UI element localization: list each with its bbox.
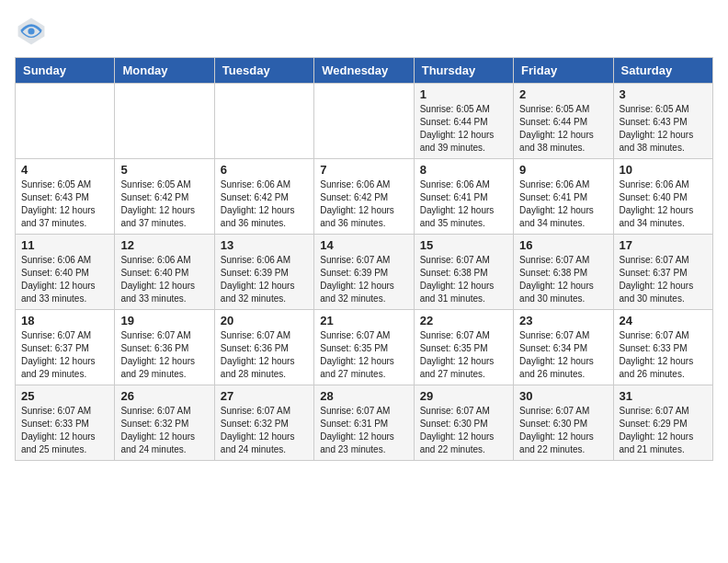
day-number: 21 [320,314,407,327]
day-number: 19 [120,314,208,327]
calendar-cell: 25Sunrise: 6:07 AM Sunset: 6:33 PM Dayli… [16,385,115,461]
day-info: Sunrise: 6:07 AM Sunset: 6:30 PM Dayligh… [519,405,607,456]
calendar-table: SundayMondayTuesdayWednesdayThursdayFrid… [15,57,713,461]
day-info: Sunrise: 6:05 AM Sunset: 6:44 PM Dayligh… [420,103,507,155]
calendar-cell: 11Sunrise: 6:06 AM Sunset: 6:40 PM Dayli… [16,235,115,310]
calendar-cell: 24Sunrise: 6:07 AM Sunset: 6:33 PM Dayli… [613,310,712,385]
day-number: 30 [519,389,607,403]
calendar-cell: 6Sunrise: 6:06 AM Sunset: 6:42 PM Daylig… [214,159,313,235]
day-number: 6 [221,163,308,177]
day-number: 16 [519,238,607,252]
day-info: Sunrise: 6:07 AM Sunset: 6:35 PM Dayligh… [320,329,407,381]
calendar-cell: 10Sunrise: 6:06 AM Sunset: 6:40 PM Dayli… [613,159,712,235]
day-info: Sunrise: 6:07 AM Sunset: 6:31 PM Dayligh… [320,405,407,456]
day-info: Sunrise: 6:07 AM Sunset: 6:36 PM Dayligh… [120,329,208,381]
calendar-week-4: 18Sunrise: 6:07 AM Sunset: 6:37 PM Dayli… [16,310,713,385]
day-number: 23 [519,314,607,327]
day-info: Sunrise: 6:07 AM Sunset: 6:30 PM Dayligh… [420,405,507,456]
day-number: 11 [21,238,108,252]
calendar-cell: 18Sunrise: 6:07 AM Sunset: 6:37 PM Dayli… [16,310,115,385]
day-number: 15 [420,238,507,252]
day-info: Sunrise: 6:06 AM Sunset: 6:41 PM Dayligh… [519,178,607,230]
day-number: 8 [420,163,507,177]
day-info: Sunrise: 6:07 AM Sunset: 6:38 PM Dayligh… [420,254,507,305]
calendar-header-row: SundayMondayTuesdayWednesdayThursdayFrid… [16,58,713,84]
day-number: 12 [120,238,208,252]
calendar-cell [214,84,313,159]
calendar-cell [314,84,414,159]
day-number: 14 [320,238,407,252]
day-info: Sunrise: 6:05 AM Sunset: 6:43 PM Dayligh… [620,103,707,155]
day-info: Sunrise: 6:05 AM Sunset: 6:44 PM Dayligh… [519,103,607,155]
calendar-cell: 4Sunrise: 6:05 AM Sunset: 6:43 PM Daylig… [16,159,115,235]
calendar-header-thursday: Thursday [414,58,513,84]
day-number: 20 [221,314,308,327]
day-info: Sunrise: 6:06 AM Sunset: 6:39 PM Dayligh… [221,254,308,305]
calendar-cell: 14Sunrise: 6:07 AM Sunset: 6:39 PM Dayli… [314,235,414,310]
day-info: Sunrise: 6:06 AM Sunset: 6:42 PM Dayligh… [221,178,308,230]
logo [15,15,51,48]
day-number: 4 [21,163,108,177]
day-info: Sunrise: 6:07 AM Sunset: 6:36 PM Dayligh… [221,329,308,381]
calendar-cell: 26Sunrise: 6:07 AM Sunset: 6:32 PM Dayli… [115,385,214,461]
day-info: Sunrise: 6:06 AM Sunset: 6:41 PM Dayligh… [420,178,507,230]
day-info: Sunrise: 6:06 AM Sunset: 6:42 PM Dayligh… [320,178,407,230]
calendar-body: 1Sunrise: 6:05 AM Sunset: 6:44 PM Daylig… [16,84,713,461]
day-number: 10 [620,163,707,177]
calendar-cell: 2Sunrise: 6:05 AM Sunset: 6:44 PM Daylig… [514,84,613,159]
day-info: Sunrise: 6:07 AM Sunset: 6:35 PM Dayligh… [420,329,507,381]
day-info: Sunrise: 6:07 AM Sunset: 6:32 PM Dayligh… [120,405,208,456]
day-info: Sunrise: 6:07 AM Sunset: 6:33 PM Dayligh… [21,405,108,456]
day-info: Sunrise: 6:07 AM Sunset: 6:33 PM Dayligh… [620,329,707,381]
calendar-cell: 17Sunrise: 6:07 AM Sunset: 6:37 PM Dayli… [613,235,712,310]
day-number: 24 [620,314,707,327]
calendar-cell: 1Sunrise: 6:05 AM Sunset: 6:44 PM Daylig… [414,84,513,159]
calendar-cell: 16Sunrise: 6:07 AM Sunset: 6:38 PM Dayli… [514,235,613,310]
day-number: 25 [21,389,108,403]
day-number: 18 [21,314,108,327]
day-info: Sunrise: 6:07 AM Sunset: 6:38 PM Dayligh… [519,254,607,305]
svg-point-2 [28,28,34,34]
calendar-week-3: 11Sunrise: 6:06 AM Sunset: 6:40 PM Dayli… [16,235,713,310]
calendar-header-sunday: Sunday [16,58,115,84]
day-number: 7 [320,163,407,177]
calendar-cell: 13Sunrise: 6:06 AM Sunset: 6:39 PM Dayli… [214,235,313,310]
day-info: Sunrise: 6:05 AM Sunset: 6:42 PM Dayligh… [120,178,208,230]
day-number: 9 [519,163,607,177]
calendar-header-tuesday: Tuesday [214,58,313,84]
calendar-header-friday: Friday [514,58,613,84]
calendar-week-2: 4Sunrise: 6:05 AM Sunset: 6:43 PM Daylig… [16,159,713,235]
calendar-cell: 30Sunrise: 6:07 AM Sunset: 6:30 PM Dayli… [514,385,613,461]
day-number: 2 [519,87,607,101]
calendar-cell: 31Sunrise: 6:07 AM Sunset: 6:29 PM Dayli… [613,385,712,461]
calendar-cell: 12Sunrise: 6:06 AM Sunset: 6:40 PM Dayli… [115,235,214,310]
calendar-cell: 23Sunrise: 6:07 AM Sunset: 6:34 PM Dayli… [514,310,613,385]
calendar-cell: 21Sunrise: 6:07 AM Sunset: 6:35 PM Dayli… [314,310,414,385]
day-info: Sunrise: 6:07 AM Sunset: 6:32 PM Dayligh… [221,405,308,456]
calendar-cell: 8Sunrise: 6:06 AM Sunset: 6:41 PM Daylig… [414,159,513,235]
calendar-cell [115,84,214,159]
calendar-week-5: 25Sunrise: 6:07 AM Sunset: 6:33 PM Dayli… [16,385,713,461]
calendar-cell: 7Sunrise: 6:06 AM Sunset: 6:42 PM Daylig… [314,159,414,235]
day-number: 22 [420,314,507,327]
calendar-header-monday: Monday [115,58,214,84]
day-info: Sunrise: 6:07 AM Sunset: 6:37 PM Dayligh… [620,254,707,305]
calendar-week-1: 1Sunrise: 6:05 AM Sunset: 6:44 PM Daylig… [16,84,713,159]
calendar-cell: 3Sunrise: 6:05 AM Sunset: 6:43 PM Daylig… [613,84,712,159]
day-number: 29 [420,389,507,403]
day-number: 13 [221,238,308,252]
calendar-cell [16,84,115,159]
calendar-cell: 29Sunrise: 6:07 AM Sunset: 6:30 PM Dayli… [414,385,513,461]
day-info: Sunrise: 6:06 AM Sunset: 6:40 PM Dayligh… [21,254,108,305]
day-info: Sunrise: 6:07 AM Sunset: 6:39 PM Dayligh… [320,254,407,305]
calendar-cell: 22Sunrise: 6:07 AM Sunset: 6:35 PM Dayli… [414,310,513,385]
day-info: Sunrise: 6:06 AM Sunset: 6:40 PM Dayligh… [120,254,208,305]
calendar-cell: 28Sunrise: 6:07 AM Sunset: 6:31 PM Dayli… [314,385,414,461]
day-number: 27 [221,389,308,403]
day-number: 28 [320,389,407,403]
calendar-header-wednesday: Wednesday [314,58,414,84]
page-header [15,15,713,48]
day-number: 31 [620,389,707,403]
calendar-cell: 27Sunrise: 6:07 AM Sunset: 6:32 PM Dayli… [214,385,313,461]
day-info: Sunrise: 6:05 AM Sunset: 6:43 PM Dayligh… [21,178,108,230]
